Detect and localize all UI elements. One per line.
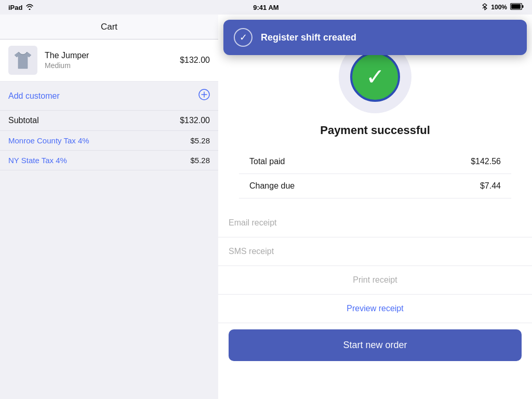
tax2-value: $5.28	[190, 156, 210, 165]
notification-check-circle: ✓	[234, 28, 252, 47]
cart-panel: Cart The Jumper Medium $132.00 Add custo…	[0, 15, 218, 399]
preview-receipt-label: Preview receipt	[347, 304, 403, 313]
item-price: $132.00	[180, 56, 210, 65]
notification-text: Register shift created	[261, 32, 356, 43]
preview-receipt-row[interactable]: Preview receipt	[218, 295, 532, 323]
item-name: The Jumper	[45, 51, 180, 60]
total-paid-row: Total paid $142.56	[239, 150, 511, 174]
cart-item: The Jumper Medium $132.00	[0, 39, 218, 82]
subtotal-value: $132.00	[180, 116, 210, 125]
battery-label: 100%	[491, 4, 507, 11]
sms-receipt-input[interactable]	[218, 237, 532, 266]
payment-panel: ✓ Register shift created ✓ Payment succe…	[218, 15, 532, 399]
notification-banner: ✓ Register shift created	[223, 20, 527, 55]
main-layout: Cart The Jumper Medium $132.00 Add custo…	[0, 15, 532, 399]
payment-details: Total paid $142.56 Change due $7.44	[239, 150, 511, 198]
battery-icon	[510, 3, 524, 11]
wifi-icon	[25, 4, 34, 11]
tax1-row: Monroe County Tax 4% $5.28	[0, 131, 218, 151]
tax1-value: $5.28	[190, 136, 210, 145]
notification-check-icon: ✓	[240, 32, 247, 43]
success-check-icon: ✓	[366, 65, 385, 88]
print-receipt-label: Print receipt	[353, 275, 397, 284]
success-area: ✓ Payment successful Total paid $142.56 …	[218, 30, 532, 209]
time-display: 9:41 AM	[253, 4, 278, 11]
tax2-label: NY State Tax 4%	[8, 156, 67, 165]
email-receipt-input[interactable]	[218, 209, 532, 237]
item-details: The Jumper Medium	[45, 51, 180, 70]
print-receipt-row[interactable]: Print receipt	[218, 266, 532, 295]
tax1-label: Monroe County Tax 4%	[8, 136, 89, 145]
total-paid-value: $142.56	[471, 157, 501, 166]
totals-section: Subtotal $132.00 Monroe County Tax 4% $5…	[0, 111, 218, 170]
subtotal-label: Subtotal	[8, 116, 39, 125]
bluetooth-icon	[482, 3, 488, 12]
status-bar: iPad 9:41 AM 100%	[0, 0, 532, 15]
start-new-order-button[interactable]: Start new order	[229, 329, 522, 361]
success-circle-inner: ✓	[350, 52, 400, 102]
svg-rect-3	[522, 5, 524, 8]
change-due-value: $7.44	[480, 181, 501, 191]
payment-success-title: Payment successful	[320, 124, 430, 137]
change-due-label: Change due	[249, 181, 295, 191]
cart-title: Cart	[101, 22, 117, 32]
device-label: iPad	[8, 4, 22, 11]
svg-rect-2	[511, 4, 521, 9]
total-paid-label: Total paid	[249, 157, 285, 166]
add-customer-row[interactable]: Add customer	[0, 82, 218, 111]
subtotal-row: Subtotal $132.00	[0, 111, 218, 131]
add-customer-icon[interactable]	[198, 89, 210, 103]
receipt-actions: Print receipt Preview receipt Start new …	[218, 209, 532, 399]
cart-header: Cart	[0, 15, 218, 39]
add-customer-label: Add customer	[8, 91, 60, 101]
tax2-row: NY State Tax 4% $5.28	[0, 151, 218, 170]
item-image	[8, 46, 37, 75]
item-variant: Medium	[45, 61, 180, 70]
change-due-row: Change due $7.44	[239, 174, 511, 198]
